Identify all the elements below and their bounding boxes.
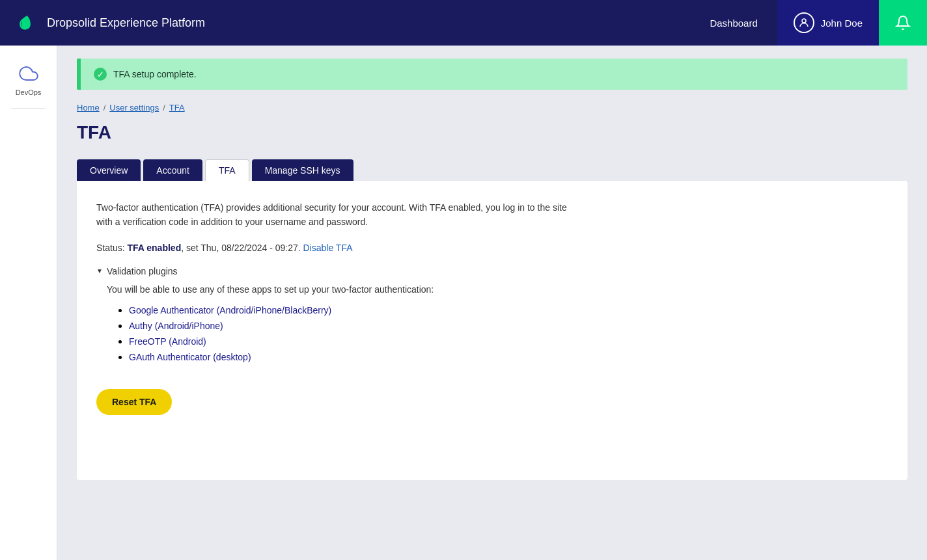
list-item: FreeOTP (Android) bbox=[129, 336, 888, 347]
plugin-list: Google Authenticator (Android/iPhone/Bla… bbox=[129, 304, 888, 363]
main-content: ✓ TFA setup complete. Home / User settin… bbox=[57, 46, 927, 560]
plugin-gauth[interactable]: GAuth Authenticator (desktop) bbox=[129, 352, 251, 362]
header-left: Dropsolid Experience Platform bbox=[0, 10, 205, 36]
breadcrumb-sep-1: / bbox=[104, 103, 106, 113]
user-avatar-icon bbox=[794, 12, 814, 33]
triangle-icon: ▼ bbox=[96, 267, 103, 274]
status-bold: TFA enabled bbox=[127, 243, 181, 253]
list-item: Authy (Android/iPhone) bbox=[129, 320, 888, 332]
validation-description: You will be able to use any of these app… bbox=[107, 284, 888, 295]
header-right: Dashboard John Doe bbox=[690, 0, 927, 46]
notification-bell[interactable] bbox=[879, 0, 927, 46]
success-banner: ✓ TFA setup complete. bbox=[77, 59, 907, 90]
list-item: GAuth Authenticator (desktop) bbox=[129, 351, 888, 363]
sidebar-divider bbox=[11, 108, 45, 109]
status-prefix: Status: bbox=[96, 243, 127, 253]
tfa-card: Two-factor authentication (TFA) provides… bbox=[77, 181, 907, 480]
tab-account[interactable]: Account bbox=[143, 159, 202, 181]
disable-tfa-link[interactable]: Disable TFA bbox=[303, 243, 353, 253]
cloud-icon bbox=[19, 64, 38, 86]
breadcrumb: Home / User settings / TFA bbox=[77, 103, 907, 113]
svg-point-1 bbox=[802, 19, 806, 23]
tfa-description: Two-factor authentication (TFA) provides… bbox=[96, 200, 585, 230]
main-layout: DevOps ✓ TFA setup complete. Home / User… bbox=[0, 46, 927, 560]
status-line: Status: TFA enabled, set Thu, 08/22/2024… bbox=[96, 243, 888, 253]
header: Dropsolid Experience Platform Dashboard … bbox=[0, 0, 927, 46]
reset-tfa-button[interactable]: Reset TFA bbox=[96, 389, 172, 415]
user-menu[interactable]: John Doe bbox=[777, 0, 879, 46]
sidebar-item-devops-label: DevOps bbox=[16, 88, 42, 96]
status-date: , set Thu, 08/22/2024 - 09:27. bbox=[181, 243, 300, 253]
breadcrumb-home[interactable]: Home bbox=[77, 103, 100, 113]
logo-icon bbox=[13, 10, 39, 36]
sidebar-item-devops[interactable]: DevOps bbox=[10, 59, 47, 101]
validation-header[interactable]: ▼ Validation plugins bbox=[96, 266, 888, 276]
validation-title: Validation plugins bbox=[107, 266, 178, 276]
success-message: TFA setup complete. bbox=[113, 69, 197, 79]
plugin-google-auth[interactable]: Google Authenticator (Android/iPhone/Bla… bbox=[129, 305, 331, 315]
list-item: Google Authenticator (Android/iPhone/Bla… bbox=[129, 304, 888, 316]
user-name: John Doe bbox=[821, 18, 863, 29]
header-title: Dropsolid Experience Platform bbox=[47, 16, 205, 30]
page-title: TFA bbox=[77, 122, 907, 143]
validation-section: ▼ Validation plugins You will be able to… bbox=[96, 266, 888, 363]
plugin-authy[interactable]: Authy (Android/iPhone) bbox=[129, 321, 223, 331]
tab-manage-ssh-keys[interactable]: Manage SSH keys bbox=[252, 159, 353, 181]
plugin-freeotp[interactable]: FreeOTP (Android) bbox=[129, 336, 206, 347]
sidebar: DevOps bbox=[0, 46, 57, 560]
success-icon: ✓ bbox=[94, 68, 107, 81]
breadcrumb-user-settings[interactable]: User settings bbox=[109, 103, 159, 113]
tab-overview[interactable]: Overview bbox=[77, 159, 141, 181]
tabs: Overview Account TFA Manage SSH keys bbox=[77, 159, 907, 181]
breadcrumb-current: TFA bbox=[169, 103, 185, 113]
breadcrumb-sep-2: / bbox=[163, 103, 165, 113]
dashboard-link[interactable]: Dashboard bbox=[690, 0, 777, 46]
tab-tfa[interactable]: TFA bbox=[205, 159, 249, 181]
